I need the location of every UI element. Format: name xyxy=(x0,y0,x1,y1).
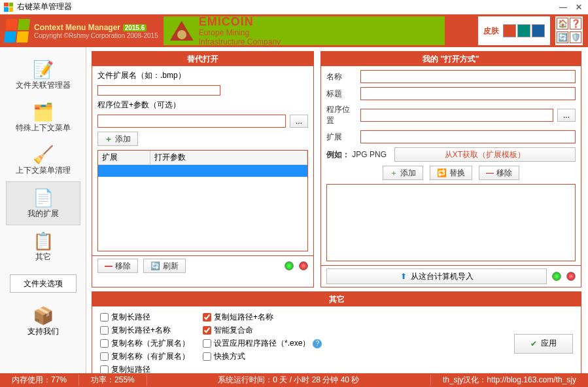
panel-replace-open: 替代打开 文件扩展名（如：.bmp） 程序位置+参数（可选） ... ＋添加 xyxy=(92,51,314,287)
refresh-icon: 🔄 xyxy=(150,261,160,270)
browse-button[interactable]: ... xyxy=(557,109,576,122)
plus-icon: ＋ xyxy=(105,134,112,145)
sidebar: 📝文件关联管理器🗂️特殊上下文菜单🧹上下文菜单清理📄我的扩展📋其它 文件夹选项 … xyxy=(0,47,86,373)
col-params: 打开参数 xyxy=(150,151,307,164)
app-title: 右键菜单管理器 xyxy=(17,1,72,12)
folder-options-button[interactable]: 文件夹选项 xyxy=(10,274,77,293)
sidebar-icon: 📋 xyxy=(6,230,80,251)
ext-input[interactable] xyxy=(97,85,220,96)
status-power: 功率：255% xyxy=(79,375,147,386)
swap-icon: 🔁 xyxy=(437,168,447,177)
minimize-button[interactable]: ― xyxy=(558,3,568,12)
path-input[interactable] xyxy=(97,115,286,128)
sidebar-item[interactable]: 📄我的扩展 xyxy=(6,181,80,225)
status-led-green[interactable] xyxy=(285,261,294,270)
status-led-green[interactable] xyxy=(552,272,561,281)
brand: Context Menu Manager 2015.6 Copyright ©R… xyxy=(5,19,158,43)
ext-input[interactable] xyxy=(360,130,576,143)
sidebar-item[interactable]: 🗂️特殊上下文菜单 xyxy=(6,96,80,139)
support-link[interactable]: 📦 支持我们 xyxy=(27,306,59,337)
replace-button[interactable]: 🔁替换 xyxy=(430,166,472,180)
sidebar-label: 我的扩展 xyxy=(7,208,80,219)
add-button[interactable]: ＋添加 xyxy=(97,132,138,146)
close-button[interactable]: ✕ xyxy=(574,3,584,12)
browse-button[interactable]: ... xyxy=(290,115,308,128)
ad-title: EMICOIN xyxy=(199,15,281,29)
col-ext: 扩展 xyxy=(98,151,150,164)
status-runtime: 系统运行时间：0 天 / 小时 28 分钟 40 秒 xyxy=(147,375,431,386)
remove-button[interactable]: —移除 xyxy=(97,259,138,273)
status-credit: th_sjy汉化：http://blog.163.com/th_sjy xyxy=(431,375,588,386)
checkbox-option[interactable]: 复制长路径+名称 xyxy=(100,325,190,336)
panel-title: 我的 "打开方式" xyxy=(321,52,581,66)
skin-label: 皮肤 xyxy=(483,26,499,37)
windows-logo-icon xyxy=(4,19,30,43)
sidebar-label: 特殊上下文菜单 xyxy=(6,122,80,134)
checkbox-option[interactable]: 复制名称（无扩展名） xyxy=(100,338,190,349)
skin-selector: 皮肤 xyxy=(478,16,550,45)
brand-version: 2015.6 xyxy=(123,24,147,31)
path-label: 程序位置+参数（可选） xyxy=(97,100,181,111)
preview-area[interactable] xyxy=(326,184,576,261)
ad-banner[interactable]: EMICOIN Europe MiningInfrastructure Comp… xyxy=(164,16,445,45)
checkbox-option[interactable]: 复制名称（有扩展名） xyxy=(100,351,190,362)
checkbox-option[interactable]: 复制短路径 xyxy=(100,364,190,375)
ext-label: 文件扩展名（如：.bmp） xyxy=(97,70,186,81)
checkbox-option[interactable]: 复制短路径+名称 xyxy=(203,312,322,323)
titlebar: 右键菜单管理器 ― ✕ xyxy=(0,0,588,14)
minus-icon: — xyxy=(486,168,494,177)
checkbox-option[interactable]: 复制长路径 xyxy=(100,312,190,323)
remove-button[interactable]: —移除 xyxy=(479,166,519,180)
status-led-red[interactable] xyxy=(566,272,576,281)
refresh-icon[interactable]: 🔄 xyxy=(557,31,568,43)
panel-misc: 其它 复制长路径复制长路径+名称复制名称（无扩展名）复制名称（有扩展名）复制短路… xyxy=(92,291,581,381)
package-icon: 📦 xyxy=(27,306,59,326)
ext-table[interactable]: 扩展 打开参数 xyxy=(97,150,308,251)
refresh-button[interactable]: 🔄刷新 xyxy=(143,259,186,273)
sidebar-label: 上下文菜单清理 xyxy=(6,165,80,176)
emicoin-logo-icon xyxy=(170,21,194,41)
add-button[interactable]: ＋添加 xyxy=(383,166,423,180)
header: Context Menu Manager 2015.6 Copyright ©R… xyxy=(0,14,588,47)
panel-title: 替代打开 xyxy=(92,52,313,66)
check-icon: ✔ xyxy=(530,339,537,348)
help-icon[interactable]: ? xyxy=(313,339,322,348)
help-icon[interactable]: ❓ xyxy=(570,18,581,29)
sidebar-icon: 📄 xyxy=(7,187,80,208)
sidebar-icon: 🧹 xyxy=(6,144,80,165)
checkbox-option[interactable]: 快换方式 xyxy=(203,351,322,362)
sidebar-item[interactable]: 📝文件关联管理器 xyxy=(6,54,80,96)
title-input[interactable] xyxy=(360,87,576,100)
status-memory: 内存使用：77% xyxy=(0,375,79,386)
checkbox-option[interactable]: 智能复合命 xyxy=(203,325,322,336)
status-led-red[interactable] xyxy=(299,261,308,270)
brand-title: Context Menu Manager xyxy=(34,23,120,32)
brand-copyright: Copyright ©Rshmy Corporation 2008-2015 xyxy=(34,32,158,39)
plus-icon: ＋ xyxy=(390,168,398,179)
from-xt-button[interactable]: 从XT获取（扩展模板） xyxy=(394,147,576,162)
home-icon[interactable]: 🏠 xyxy=(557,18,568,29)
import-button[interactable]: ⬆从这台计算机导入 xyxy=(326,268,547,284)
sidebar-icon: 🗂️ xyxy=(6,101,80,122)
panel-title: 其它 xyxy=(92,292,581,306)
arrow-up-icon: ⬆ xyxy=(400,272,407,281)
app-logo-icon xyxy=(4,3,13,12)
sidebar-item[interactable]: 📋其它 xyxy=(6,225,80,268)
skin-swatch[interactable] xyxy=(532,24,545,37)
sidebar-icon: 📝 xyxy=(6,59,80,80)
table-row[interactable] xyxy=(98,165,307,177)
apply-button[interactable]: ✔应用 xyxy=(514,334,573,354)
sidebar-label: 文件关联管理器 xyxy=(6,80,80,91)
statusbar: 内存使用：77% 功率：255% 系统运行时间：0 天 / 小时 28 分钟 4… xyxy=(0,373,588,387)
header-tools: 🏠 ❓ 🔄 🛡️ xyxy=(555,16,583,45)
skin-swatch[interactable] xyxy=(517,24,530,37)
sidebar-item[interactable]: 🧹上下文菜单清理 xyxy=(6,139,80,181)
name-input[interactable] xyxy=(360,70,576,83)
skin-swatch[interactable] xyxy=(503,24,516,37)
sidebar-label: 其它 xyxy=(6,251,80,263)
shield-icon[interactable]: 🛡️ xyxy=(570,31,581,43)
checkbox-option[interactable]: 设置应用程序路径（*.exe）? xyxy=(203,338,322,349)
prog-path-input[interactable] xyxy=(360,109,553,122)
content: 替代打开 文件扩展名（如：.bmp） 程序位置+参数（可选） ... ＋添加 xyxy=(86,47,588,373)
minus-icon: — xyxy=(105,261,112,270)
